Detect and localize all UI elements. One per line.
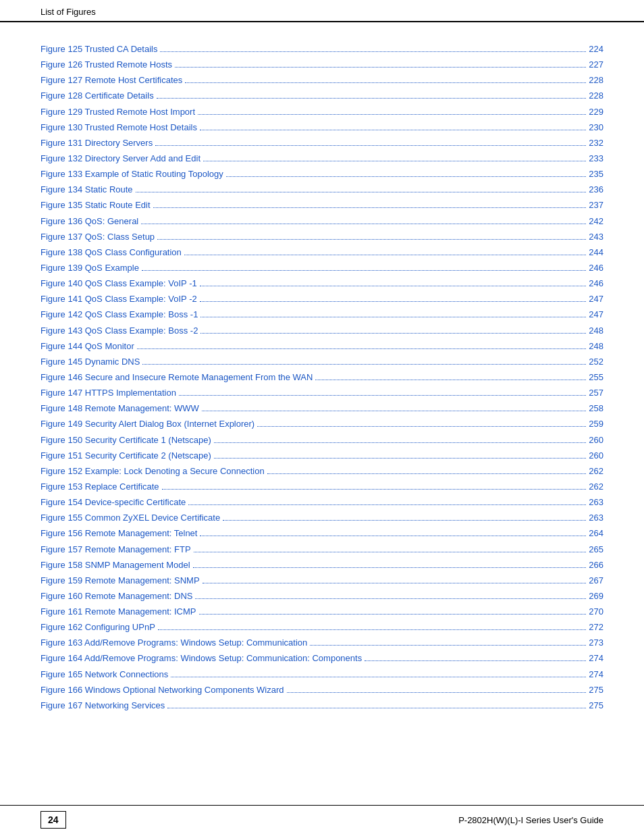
toc-dots [203, 583, 587, 583]
toc-dots [185, 82, 586, 83]
toc-link[interactable]: Figure 130 Trusted Remote Host Details [41, 121, 197, 134]
list-item: Figure 151 Security Certificate 2 (Netsc… [41, 449, 603, 463]
list-item: Figure 158 SNMP Management Model266 [41, 558, 603, 572]
toc-link[interactable]: Figure 145 Dynamic DNS [41, 355, 140, 369]
toc-link[interactable]: Figure 127 Remote Host Certificates [41, 74, 182, 87]
toc-page-number: 232 [589, 136, 603, 150]
toc-link[interactable]: Figure 136 QoS: General [41, 215, 138, 228]
toc-link[interactable]: Figure 133 Example of Static Routing Top… [41, 167, 223, 181]
toc-link[interactable]: Figure 126 Trusted Remote Hosts [41, 58, 172, 72]
list-item: Figure 142 QoS Class Example: Boss -1247 [41, 308, 603, 321]
toc-dots [200, 301, 587, 302]
list-item: Figure 127 Remote Host Certificates228 [41, 74, 603, 87]
toc-dots [167, 708, 586, 708]
toc-dots [315, 380, 586, 380]
toc-dots [194, 552, 587, 552]
toc-link[interactable]: Figure 166 Windows Optional Networking C… [41, 683, 284, 697]
toc-dots [223, 520, 586, 521]
toc-dots [199, 614, 587, 615]
toc-link[interactable]: Figure 141 QoS Class Example: VoIP -2 [41, 292, 197, 306]
toc-link[interactable]: Figure 142 QoS Class Example: Boss -1 [41, 308, 198, 321]
toc-page-number: 242 [589, 215, 603, 228]
list-item: Figure 141 QoS Class Example: VoIP -2247 [41, 292, 603, 306]
toc-dots [157, 239, 586, 240]
toc-dots [193, 567, 587, 568]
toc-link[interactable]: Figure 139 QoS Example [41, 261, 139, 275]
toc-link[interactable]: Figure 140 QoS Class Example: VoIP -1 [41, 277, 197, 290]
toc-page-number: 272 [589, 621, 603, 634]
toc-dots [198, 114, 586, 115]
toc-link[interactable]: Figure 132 Directory Server Add and Edit [41, 152, 200, 165]
toc-page-number: 267 [589, 574, 603, 588]
toc-page-number: 274 [589, 668, 603, 681]
toc-link[interactable]: Figure 157 Remote Management: FTP [41, 543, 191, 556]
toc-link[interactable]: Figure 153 Replace Certificate [41, 480, 159, 494]
toc-dots [200, 286, 587, 286]
toc-link[interactable]: Figure 151 Security Certificate 2 (Netsc… [41, 449, 211, 463]
toc-page-number: 260 [589, 449, 603, 463]
toc-link[interactable]: Figure 129 Trusted Remote Host Import [41, 105, 195, 119]
toc-link[interactable]: Figure 146 Secure and Insecure Remote Ma… [41, 371, 313, 384]
toc-dots [310, 645, 586, 646]
toc-link[interactable]: Figure 134 Static Route [41, 183, 133, 197]
toc-link[interactable]: Figure 154 Device-specific Certificate [41, 496, 186, 509]
toc-dots [175, 67, 586, 68]
toc-dots [142, 270, 586, 271]
toc-link[interactable]: Figure 167 Networking Services [41, 699, 165, 712]
toc-link[interactable]: Figure 143 QoS Class Example: Boss -2 [41, 324, 198, 338]
toc-link[interactable]: Figure 144 QoS Monitor [41, 340, 134, 353]
toc-dots [214, 458, 586, 459]
product-name: P-2802H(W)(L)-I Series User's Guide [66, 815, 603, 825]
toc-dots [158, 629, 586, 630]
toc-page-number: 259 [589, 417, 603, 431]
toc-dots [203, 161, 586, 161]
toc-dots [202, 411, 586, 411]
toc-link[interactable]: Figure 138 QoS Class Configuration [41, 246, 182, 259]
toc-link[interactable]: Figure 165 Network Connections [41, 668, 168, 681]
toc-page-number: 246 [589, 261, 603, 275]
toc-page-number: 236 [589, 183, 603, 197]
toc-dots [155, 145, 586, 146]
toc-page-number: 255 [589, 371, 603, 384]
toc-dots [157, 98, 587, 99]
toc-dots [136, 192, 587, 192]
toc-page-number: 252 [589, 355, 603, 369]
toc-link[interactable]: Figure 163 Add/Remove Programs: Windows … [41, 636, 307, 650]
toc-link[interactable]: Figure 155 Common ZyXEL Device Certifica… [41, 511, 220, 525]
toc-dots [200, 317, 586, 317]
toc-dots [200, 536, 586, 536]
toc-link[interactable]: Figure 159 Remote Management: SNMP [41, 574, 200, 588]
toc-link[interactable]: Figure 158 SNMP Management Model [41, 558, 190, 572]
toc-link[interactable]: Figure 128 Certificate Details [41, 89, 154, 103]
toc-link[interactable]: Figure 125 Trusted CA Details [41, 43, 157, 56]
toc-link[interactable]: Figure 150 Security Certificate 1 (Netsc… [41, 434, 211, 447]
toc-link[interactable]: Figure 152 Example: Lock Denoting a Secu… [41, 465, 265, 478]
toc-page-number: 265 [589, 543, 603, 556]
toc-link[interactable]: Figure 137 QoS: Class Setup [41, 230, 155, 244]
toc-link[interactable]: Figure 161 Remote Management: ICMP [41, 605, 196, 619]
list-item: Figure 157 Remote Management: FTP265 [41, 543, 603, 556]
toc-link[interactable]: Figure 147 HTTPS Implementation [41, 386, 176, 400]
toc-page-number: 224 [589, 43, 603, 56]
toc-page-number: 248 [589, 324, 603, 338]
list-item: Figure 166 Windows Optional Networking C… [41, 683, 603, 697]
toc-page-number: 246 [589, 277, 603, 290]
list-item: Figure 140 QoS Class Example: VoIP -1246 [41, 277, 603, 290]
toc-link[interactable]: Figure 148 Remote Management: WWW [41, 402, 199, 415]
toc-page-number: 257 [589, 386, 603, 400]
toc-page-number: 270 [589, 605, 603, 619]
toc-link[interactable]: Figure 164 Add/Remove Programs: Windows … [41, 652, 362, 665]
toc-link[interactable]: Figure 162 Configuring UPnP [41, 621, 155, 634]
toc-page-number: 247 [589, 308, 603, 321]
toc-page-number: 228 [589, 74, 603, 87]
toc-page-number: 243 [589, 230, 603, 244]
toc-page-number: 263 [589, 496, 603, 509]
toc-link[interactable]: Figure 160 Remote Management: DNS [41, 590, 192, 603]
toc-link[interactable]: Figure 149 Security Alert Dialog Box (In… [41, 417, 254, 431]
toc-dots [365, 660, 586, 661]
toc-link[interactable]: Figure 135 Static Route Edit [41, 199, 151, 212]
toc-link[interactable]: Figure 156 Remote Management: Telnet [41, 527, 197, 540]
toc-link[interactable]: Figure 131 Directory Servers [41, 136, 153, 150]
list-item: Figure 161 Remote Management: ICMP270 [41, 605, 603, 619]
toc-dots [160, 51, 586, 52]
